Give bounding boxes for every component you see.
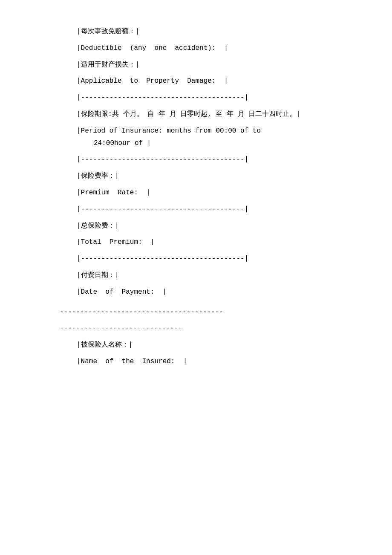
period-en-line1: |Period of Insurance: months from 00:00 … (60, 127, 261, 135)
sep-line-2: |---------------------------------------… (60, 153, 366, 166)
total-premium-cn: |总保险费：| (60, 220, 366, 232)
separator-4: |---------------------------------------… (60, 253, 366, 265)
insured-name-section: |被保险人名称：| |Name of the Insured: | (60, 339, 366, 368)
sep-line-1: |---------------------------------------… (60, 92, 366, 104)
property-damage-cn: |适用于财产损失：| (60, 59, 366, 71)
separator-2: |---------------------------------------… (60, 153, 366, 166)
payment-date-section: |付费日期：| |Date of Payment: | (60, 269, 366, 298)
insured-name-cn: |被保险人名称：| (60, 339, 366, 351)
separator-6-section: ------------------------------ (60, 322, 366, 335)
premium-rate-cn: |保险费率：| (60, 170, 366, 182)
insured-name-en: |Name of the Insured: | (60, 356, 366, 368)
sep-line-6: ------------------------------ (60, 322, 366, 335)
sep-line-3: |---------------------------------------… (60, 203, 366, 216)
sep-line-5: ---------------------------------------- (60, 306, 366, 318)
payment-date-en: |Date of Payment: | (60, 286, 366, 298)
period-en-wrap: |Period of Insurance: months from 00:00 … (60, 125, 366, 150)
payment-date-cn: |付费日期：| (60, 269, 366, 282)
property-damage-en: |Applicable to Property Damage: | (60, 75, 366, 87)
page-content: |每次事故免赔额：| |Deductible (any one accident… (0, 26, 392, 368)
total-premium-en: |Total Premium: | (60, 236, 366, 249)
separator-1: |---------------------------------------… (60, 92, 366, 104)
period-en-line2: 24:00hour of | (60, 139, 151, 147)
premium-rate-section: |保险费率：| |Premium Rate: | (60, 170, 366, 199)
sep-line-4: |---------------------------------------… (60, 253, 366, 265)
deductible-en: |Deductible (any one accident): | (60, 42, 366, 55)
period-cn: |保险期限:共 个月。 自 年 月 日零时起, 至 年 月 日二十四时止。| (60, 108, 366, 121)
deductible-section: |每次事故免赔额：| |Deductible (any one accident… (60, 26, 366, 55)
deductible-cn: |每次事故免赔额：| (60, 26, 366, 38)
premium-rate-en: |Premium Rate: | (60, 187, 366, 199)
separator-5-section: ---------------------------------------- (60, 306, 366, 318)
separator-3: |---------------------------------------… (60, 203, 366, 216)
period-section: |保险期限:共 个月。 自 年 月 日零时起, 至 年 月 日二十四时止。| |… (60, 108, 366, 149)
total-premium-section: |总保险费：| |Total Premium: | (60, 220, 366, 249)
property-damage-section: |适用于财产损失：| |Applicable to Property Damag… (60, 59, 366, 88)
